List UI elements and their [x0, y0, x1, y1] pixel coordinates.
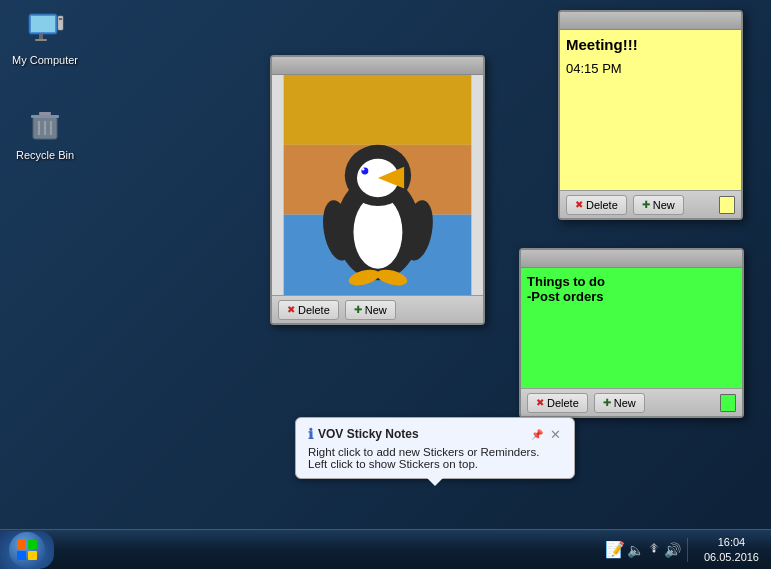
tooltip-pin-button[interactable]: 📌: [530, 427, 544, 441]
green-content: Things to do -Post orders: [521, 268, 742, 388]
svg-rect-28: [28, 540, 37, 549]
new-icon: ✚: [354, 304, 362, 315]
desktop: My Computer Recycle Bin: [0, 0, 771, 529]
green-new-label: New: [614, 397, 636, 409]
tray-divider: [687, 538, 688, 562]
yellow-line3: 04:15 PM: [566, 61, 735, 76]
green-delete-label: Delete: [547, 397, 579, 409]
yellow-titlebar: [560, 12, 741, 30]
taskbar: 📝 🔈 🔊 16:04 06.05.2016: [0, 529, 771, 569]
windows-logo-icon: [16, 539, 38, 561]
yellow-color-swatch[interactable]: [719, 196, 735, 214]
svg-rect-2: [39, 34, 43, 39]
tooltip-line2: Left click to show Stickers on top.: [308, 458, 562, 470]
svg-rect-29: [17, 551, 26, 560]
tooltip-popup: ℹ VOV Sticky Notes 📌 ✕ Right click to ad…: [295, 417, 575, 479]
penguin-svg: [272, 75, 483, 295]
svg-rect-3: [35, 39, 47, 41]
green-new-button[interactable]: ✚ New: [594, 393, 645, 413]
sticky-note-green: Things to do -Post orders ✖ Delete ✚ New: [519, 248, 744, 418]
penguin-delete-label: Delete: [298, 304, 330, 316]
tooltip-header: ℹ VOV Sticky Notes 📌 ✕: [308, 426, 562, 442]
penguin-image-area: [272, 75, 483, 295]
penguin-new-button[interactable]: ✚ New: [345, 300, 396, 320]
yellow-footer: ✖ Delete ✚ New: [560, 190, 741, 218]
penguin-new-label: New: [365, 304, 387, 316]
clock-date: 06.05.2016: [704, 550, 759, 564]
svg-point-22: [362, 168, 365, 171]
svg-rect-7: [31, 115, 59, 118]
penguin-footer: ✖ Delete ✚ New: [272, 295, 483, 323]
tooltip-line1: Right click to add new Stickers or Remin…: [308, 446, 562, 458]
start-orb: [9, 532, 45, 568]
recycle-bin-label: Recycle Bin: [16, 149, 74, 161]
yellow-delete-button[interactable]: ✖ Delete: [566, 195, 627, 215]
green-color-swatch[interactable]: [720, 394, 736, 412]
tooltip-close-button[interactable]: ✕: [548, 427, 562, 441]
green-delete-icon: ✖: [536, 397, 544, 408]
sticky-note-yellow: Meeting!!! 04:15 PM ✖ Delete ✚ New: [558, 10, 743, 220]
icon-my-computer[interactable]: My Computer: [10, 10, 80, 66]
tray-network-icon[interactable]: [646, 540, 662, 559]
info-icon: ℹ: [308, 426, 313, 442]
network-icon-svg: [646, 540, 662, 556]
svg-rect-12: [284, 75, 472, 145]
svg-point-16: [353, 195, 402, 268]
green-delete-button[interactable]: ✖ Delete: [527, 393, 588, 413]
icon-recycle-bin[interactable]: Recycle Bin: [10, 105, 80, 161]
svg-rect-30: [28, 551, 37, 560]
yellow-new-label: New: [653, 199, 675, 211]
tray-volume-icon[interactable]: 🔈: [627, 542, 644, 558]
delete-icon: ✖: [287, 304, 295, 315]
penguin-titlebar: [272, 57, 483, 75]
tooltip-title: ℹ VOV Sticky Notes: [308, 426, 419, 442]
svg-rect-1: [31, 16, 55, 32]
svg-rect-8: [39, 112, 51, 115]
yellow-new-icon: ✚: [642, 199, 650, 210]
green-new-icon: ✚: [603, 397, 611, 408]
svg-point-31: [652, 550, 655, 553]
my-computer-icon: [25, 10, 65, 50]
my-computer-label: My Computer: [12, 54, 78, 66]
penguin-window: ✖ Delete ✚ New: [270, 55, 485, 325]
svg-rect-27: [17, 540, 26, 549]
yellow-delete-icon: ✖: [575, 199, 583, 210]
tray-speaker-icon[interactable]: 🔊: [664, 542, 681, 558]
green-titlebar: [521, 250, 742, 268]
yellow-new-button[interactable]: ✚ New: [633, 195, 684, 215]
yellow-line1: Meeting!!!: [566, 36, 735, 53]
recycle-bin-icon: [25, 105, 65, 145]
yellow-content: Meeting!!! 04:15 PM: [560, 30, 741, 190]
clock-time: 16:04: [718, 535, 746, 549]
system-tray: 📝 🔈 🔊 16:04 06.05.2016: [599, 530, 771, 569]
penguin-delete-button[interactable]: ✖ Delete: [278, 300, 339, 320]
green-footer: ✖ Delete ✚ New: [521, 388, 742, 416]
yellow-delete-label: Delete: [586, 199, 618, 211]
tray-sticky-icon[interactable]: 📝: [605, 540, 625, 559]
green-line2: -Post orders: [527, 289, 736, 304]
start-button[interactable]: [0, 531, 54, 569]
tray-clock[interactable]: 16:04 06.05.2016: [698, 535, 765, 564]
tooltip-controls: 📌 ✕: [530, 427, 562, 441]
svg-rect-5: [59, 18, 62, 20]
green-line1: Things to do: [527, 274, 736, 289]
